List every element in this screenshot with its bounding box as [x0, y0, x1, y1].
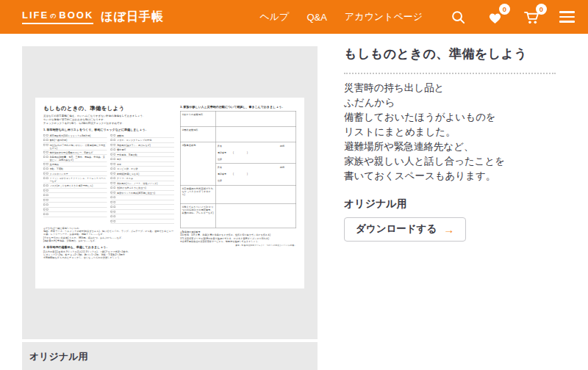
doc-section2-line: ビスケット1〜2箱、板チョコ2〜3枚、乾パン1〜2缶、衣類・下着類2〜3回分	[43, 253, 174, 255]
checkbox-icon	[43, 194, 46, 196]
arrow-right-icon: →	[443, 223, 454, 236]
checkbox-icon	[114, 196, 116, 198]
doc-intro-line: 災害などの非常事態に備え、たいへんになりすぎない程度の準備をしておきましょう。	[43, 114, 174, 117]
checklist-item-label: 携帯用飲料水(500ミリリットル8本程度)	[50, 134, 91, 137]
nav-link[interactable]: Q&A	[306, 12, 326, 23]
checklist-row: 運動靴	[111, 133, 175, 138]
doc-notes: ◎できれば一緒に準備したいもの。地図、携帯ラジオ、ヘルメットや帽子(防災ずきんも…	[43, 226, 174, 242]
checklist-item-label: コンビニ袋、ポリ袋	[117, 167, 137, 170]
doc-note-line: ◎できれば一緒に準備したいもの。	[43, 226, 174, 229]
preview-image[interactable]: もしものときの、準備をしよう 災害などの非常事態に備え、たいへんになりすぎない程…	[22, 46, 318, 339]
checkbox-icon	[43, 184, 46, 186]
hamburger-menu-icon[interactable]	[559, 11, 575, 23]
table-blank-cell	[215, 111, 296, 126]
nav-link[interactable]: アカウントページ	[345, 10, 423, 23]
checklist-item-label: 予備電池、充電器類	[117, 153, 137, 156]
description-line: リストにまとめました。	[344, 125, 564, 139]
checkbox-icon	[111, 173, 113, 175]
checkbox-icon	[111, 163, 113, 165]
checkbox-icon	[43, 163, 46, 165]
checklist-row: 洗面用具(歯ブラシ、石けんなど)	[111, 142, 175, 148]
checkbox-icon	[46, 156, 49, 158]
table-row-label: ④安否確認の方法(連絡がとれなかったときはどうするかも)	[180, 185, 215, 203]
checkbox-icon	[114, 158, 116, 160]
checkbox-icon	[114, 153, 116, 156]
checklist-item-label: マスク(ほこりを防ぐときと感染予防にも)	[50, 184, 93, 186]
search-icon[interactable]	[449, 8, 467, 26]
cart-icon[interactable]: 0	[523, 8, 540, 26]
doc-section2-line: ※賞味期限などもまめにチェックし、古くなったものは交換しましょう。	[43, 256, 174, 259]
doc-emergency-numbers: ◎緊急時の電話番号110 警察 119 火事、救急(火事か救急かをまず伝え、住所…	[180, 231, 296, 243]
favorites-heart-icon[interactable]: 0	[486, 8, 503, 26]
doc-emergency-line: 110 警察 119 火事、救急(火事か救急かをまず伝え、住所と何が起きているか…	[180, 233, 296, 236]
checklist-row: 食料(一週間程度)	[43, 138, 107, 143]
checklist-item-label: 現金(お札は千円札が使いやすい、公衆電話用に十円玉なども)	[50, 143, 107, 149]
doc-note-line: [高齢者の方] 常備薬、介護用品、おむつ……など。	[43, 239, 174, 242]
checklist-row: 現金(お札は千円札が使いやすい、公衆電話用に十円玉なども)	[43, 142, 107, 150]
doc-section2-body: [1人分の目安] 飲料水 9リットル(1人1日 3リットル)、ご飯(アルファ米)…	[43, 250, 174, 259]
doc-checklist: 携帯用飲料水(500ミリリットル8本程度) 食料(一週間程度) 現金(お札は千円…	[43, 133, 174, 224]
checklist-row: 救急用品(絆創膏、包帯、三角巾、胃腸薬、常備薬、安全ピン、持病の薬など)	[43, 154, 107, 162]
checklist-row: 新聞紙(防寒にもなる)	[111, 171, 175, 176]
checkbox-icon	[114, 186, 116, 189]
checkbox-icon	[46, 177, 49, 179]
checkbox-icon	[114, 182, 116, 184]
checklist-row	[111, 214, 175, 220]
header-icons: 0 0	[449, 8, 575, 26]
checklist-row: 懐中電灯	[111, 148, 175, 153]
checkbox-icon	[43, 134, 46, 137]
checkbox-icon	[111, 144, 113, 146]
checklist-row	[43, 207, 107, 212]
logo-lifebook: LIFEのBOOK	[22, 10, 93, 24]
checklist-row: コンビニ袋、ポリ袋	[111, 167, 175, 172]
doc-section3-heading: 3. 家族や親しい人と災害時の行動について確認し、書きこんでおきましょう。	[180, 105, 296, 109]
checklist-row: 携帯用飲料水(500ミリリットル8本程度)	[43, 133, 107, 138]
checklist-item-label: 食料(一週間程度)	[50, 139, 68, 142]
checkbox-icon	[46, 213, 49, 215]
doc-note-line: [小さな子供のいる家庭] ミルク、哺乳瓶、紙おむつ、おんぶひも……など。	[43, 236, 174, 239]
site-logo[interactable]: LIFEのBOOK ほぼ日手帳	[22, 10, 164, 25]
checkbox-icon	[46, 167, 49, 170]
checklist-row	[43, 211, 107, 217]
doc-intro-line: ちいさな準備が非常時にはおおきな助けになります。	[43, 117, 174, 121]
checkbox-icon	[114, 148, 116, 150]
checklist-row	[111, 205, 175, 210]
checklist-row: 健康保険証や預金通帳のコピー、印鑑など	[43, 150, 107, 155]
checkbox-icon	[46, 198, 49, 200]
table-blank-cell	[215, 185, 296, 203]
description-line: 書いておくスペースもあります。	[344, 169, 564, 184]
checkbox-icon	[114, 206, 116, 208]
checkbox-icon	[111, 148, 113, 150]
download-section-label: オリジナル用	[344, 197, 564, 211]
checkbox-icon	[114, 215, 116, 217]
checklist-row: マスク(ほこりを防ぐときと感染予防にも)	[43, 183, 107, 188]
checkbox-icon	[43, 167, 46, 170]
doc-title: もしものときの、準備をしよう	[43, 105, 174, 112]
logo-life-text: LIFE	[22, 10, 49, 21]
nav-link[interactable]: ヘルプ	[259, 10, 289, 23]
doc-emergency-line: 171 災害伝言ダイヤル(音声の録音と確認ができる。かけると音声ガイダンスが流れ…	[180, 236, 296, 239]
checkbox-icon	[43, 208, 46, 210]
table-row-label: ⑤覚えておきたいメモ(かかりつけの病院やその電話番号、家族の持病、アレルギーなど…	[180, 203, 215, 228]
doc-emergency-line: ※各携帯電話会社の災害伝言板サービスも、使用法を確認しておきましょう。	[180, 239, 296, 242]
preview-section-label: オリジナル用	[22, 342, 318, 370]
checklist-item-label: 運動靴	[117, 134, 123, 137]
download-button[interactable]: ダウンロードする →	[344, 217, 466, 242]
checklist-row: 軍手	[111, 162, 175, 167]
doc-intro-line: チェックボックスを2つ使う、年2回の防災チェックがおすすめです。	[43, 121, 174, 125]
checklist-row: メガネ、コンタクトレンズの予備	[111, 138, 175, 143]
checklist-row: 衣類、下着類	[43, 167, 107, 172]
checkbox-icon	[114, 134, 116, 137]
description: 災害時の持ち出し品とふだんから備蓄しておいたほうがよいものをリストにまとめました…	[344, 81, 564, 184]
checkbox-icon	[111, 215, 113, 217]
description-line: 災害時の持ち出し品と	[344, 81, 564, 95]
checkbox-icon	[46, 134, 49, 137]
checklist-item-label: 新聞紙(防寒にもなる)	[117, 172, 139, 175]
description-line: 避難場所や緊急連絡先など、	[344, 139, 564, 154]
checkbox-icon	[114, 201, 116, 203]
checkbox-icon	[43, 189, 46, 191]
cart-count-badge: 0	[536, 4, 547, 15]
checkbox-icon	[111, 182, 113, 184]
checklist-item-label: 笛(助けを呼ぶときに役立つ)	[117, 186, 146, 189]
checklist-row	[111, 209, 175, 214]
